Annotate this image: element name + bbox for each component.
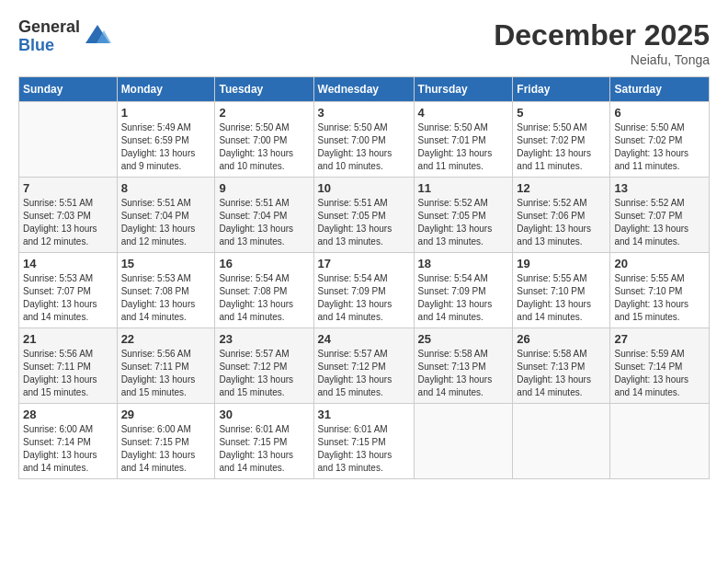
day-info: Sunrise: 5:59 AMSunset: 7:14 PMDaylight:…	[614, 348, 705, 399]
header-wednesday: Wednesday	[313, 77, 414, 102]
day-number: 21	[23, 332, 113, 346]
page-header: General Blue December 2025 Neiafu, Tonga	[18, 18, 710, 67]
day-info: Sunrise: 5:57 AMSunset: 7:12 PMDaylight:…	[219, 348, 309, 399]
day-number: 10	[318, 181, 410, 195]
day-number: 28	[23, 408, 113, 421]
calendar-cell: 18Sunrise: 5:54 AMSunset: 7:09 PMDayligh…	[414, 253, 513, 328]
title-block: December 2025 Neiafu, Tonga	[494, 18, 710, 67]
day-number: 5	[517, 106, 606, 120]
day-info: Sunrise: 5:58 AMSunset: 7:13 PMDaylight:…	[418, 348, 509, 399]
day-info: Sunrise: 5:51 AMSunset: 7:04 PMDaylight:…	[121, 197, 211, 248]
day-info: Sunrise: 5:54 AMSunset: 7:09 PMDaylight:…	[318, 272, 410, 324]
calendar-cell: 29Sunrise: 6:00 AMSunset: 7:15 PMDayligh…	[117, 404, 215, 479]
day-number: 4	[418, 106, 509, 120]
day-info: Sunrise: 5:50 AMSunset: 7:01 PMDaylight:…	[418, 121, 509, 173]
logo-icon	[84, 23, 111, 51]
calendar-cell: 30Sunrise: 6:01 AMSunset: 7:15 PMDayligh…	[215, 404, 313, 479]
day-number: 17	[318, 257, 410, 270]
day-number: 11	[418, 181, 509, 195]
header-saturday: Saturday	[610, 77, 710, 102]
calendar-cell: 16Sunrise: 5:54 AMSunset: 7:08 PMDayligh…	[215, 253, 313, 328]
calendar-cell: 2Sunrise: 5:50 AMSunset: 7:00 PMDaylight…	[215, 102, 313, 178]
day-number: 2	[219, 106, 309, 120]
day-info: Sunrise: 6:00 AMSunset: 7:14 PMDaylight:…	[23, 423, 113, 475]
calendar-cell	[414, 404, 513, 479]
calendar-cell: 31Sunrise: 6:01 AMSunset: 7:15 PMDayligh…	[313, 404, 414, 479]
day-number: 8	[121, 181, 211, 195]
calendar-cell: 15Sunrise: 5:53 AMSunset: 7:08 PMDayligh…	[117, 253, 215, 328]
logo-general: General	[18, 18, 80, 37]
calendar-cell: 3Sunrise: 5:50 AMSunset: 7:00 PMDaylight…	[313, 102, 414, 178]
calendar-cell: 27Sunrise: 5:59 AMSunset: 7:14 PMDayligh…	[610, 328, 710, 404]
calendar-cell: 9Sunrise: 5:51 AMSunset: 7:04 PMDaylight…	[215, 178, 313, 253]
day-info: Sunrise: 5:52 AMSunset: 7:05 PMDaylight:…	[418, 197, 509, 248]
logo-blue: Blue	[18, 37, 80, 55]
day-number: 25	[418, 332, 509, 346]
day-number: 31	[318, 408, 410, 421]
day-number: 18	[418, 257, 509, 270]
header-thursday: Thursday	[414, 77, 513, 102]
day-info: Sunrise: 5:56 AMSunset: 7:11 PMDaylight:…	[121, 348, 211, 399]
day-info: Sunrise: 5:57 AMSunset: 7:12 PMDaylight:…	[318, 348, 410, 399]
month-title: December 2025	[494, 18, 710, 52]
day-number: 1	[121, 106, 211, 120]
day-number: 7	[23, 181, 113, 195]
calendar-cell	[19, 102, 118, 178]
day-info: Sunrise: 5:52 AMSunset: 7:06 PMDaylight:…	[517, 197, 606, 248]
calendar-cell: 28Sunrise: 6:00 AMSunset: 7:14 PMDayligh…	[19, 404, 118, 479]
calendar-cell: 10Sunrise: 5:51 AMSunset: 7:05 PMDayligh…	[313, 178, 414, 253]
header-tuesday: Tuesday	[215, 77, 313, 102]
day-info: Sunrise: 5:53 AMSunset: 7:08 PMDaylight:…	[121, 272, 211, 324]
location: Neiafu, Tonga	[494, 52, 710, 67]
day-info: Sunrise: 5:50 AMSunset: 7:00 PMDaylight:…	[219, 121, 309, 173]
day-info: Sunrise: 5:52 AMSunset: 7:07 PMDaylight:…	[614, 197, 705, 248]
calendar-cell: 7Sunrise: 5:51 AMSunset: 7:03 PMDaylight…	[19, 178, 118, 253]
week-row-4: 21Sunrise: 5:56 AMSunset: 7:11 PMDayligh…	[19, 328, 710, 404]
day-info: Sunrise: 5:55 AMSunset: 7:10 PMDaylight:…	[614, 272, 705, 324]
day-number: 22	[121, 332, 211, 346]
calendar-cell: 24Sunrise: 5:57 AMSunset: 7:12 PMDayligh…	[313, 328, 414, 404]
day-number: 24	[318, 332, 410, 346]
week-row-3: 14Sunrise: 5:53 AMSunset: 7:07 PMDayligh…	[19, 253, 710, 328]
calendar-cell: 14Sunrise: 5:53 AMSunset: 7:07 PMDayligh…	[19, 253, 118, 328]
day-number: 19	[517, 257, 606, 270]
day-info: Sunrise: 6:00 AMSunset: 7:15 PMDaylight:…	[121, 423, 211, 475]
day-number: 26	[517, 332, 606, 346]
day-number: 23	[219, 332, 309, 346]
day-info: Sunrise: 5:49 AMSunset: 6:59 PMDaylight:…	[121, 121, 211, 173]
day-number: 14	[23, 257, 113, 270]
calendar-cell: 11Sunrise: 5:52 AMSunset: 7:05 PMDayligh…	[414, 178, 513, 253]
calendar-cell: 17Sunrise: 5:54 AMSunset: 7:09 PMDayligh…	[313, 253, 414, 328]
week-row-2: 7Sunrise: 5:51 AMSunset: 7:03 PMDaylight…	[19, 178, 710, 253]
day-info: Sunrise: 5:50 AMSunset: 7:00 PMDaylight:…	[318, 121, 410, 173]
day-number: 9	[219, 181, 309, 195]
day-info: Sunrise: 5:54 AMSunset: 7:08 PMDaylight:…	[219, 272, 309, 324]
week-row-1: 1Sunrise: 5:49 AMSunset: 6:59 PMDaylight…	[19, 102, 710, 178]
day-info: Sunrise: 6:01 AMSunset: 7:15 PMDaylight:…	[318, 423, 410, 475]
logo: General Blue	[18, 18, 111, 55]
calendar-cell: 4Sunrise: 5:50 AMSunset: 7:01 PMDaylight…	[414, 102, 513, 178]
day-info: Sunrise: 5:54 AMSunset: 7:09 PMDaylight:…	[418, 272, 509, 324]
calendar-cell: 22Sunrise: 5:56 AMSunset: 7:11 PMDayligh…	[117, 328, 215, 404]
day-info: Sunrise: 5:55 AMSunset: 7:10 PMDaylight:…	[517, 272, 606, 324]
day-number: 29	[121, 408, 211, 421]
calendar-cell: 23Sunrise: 5:57 AMSunset: 7:12 PMDayligh…	[215, 328, 313, 404]
calendar-cell	[610, 404, 710, 479]
day-number: 30	[219, 408, 309, 421]
day-info: Sunrise: 5:50 AMSunset: 7:02 PMDaylight:…	[517, 121, 606, 173]
day-number: 20	[614, 257, 705, 270]
calendar-header-row: SundayMondayTuesdayWednesdayThursdayFrid…	[19, 77, 710, 102]
day-number: 16	[219, 257, 309, 270]
day-number: 13	[614, 181, 705, 195]
calendar-cell: 21Sunrise: 5:56 AMSunset: 7:11 PMDayligh…	[19, 328, 118, 404]
day-info: Sunrise: 5:50 AMSunset: 7:02 PMDaylight:…	[614, 121, 705, 173]
day-number: 27	[614, 332, 705, 346]
calendar-cell: 20Sunrise: 5:55 AMSunset: 7:10 PMDayligh…	[610, 253, 710, 328]
calendar-cell: 8Sunrise: 5:51 AMSunset: 7:04 PMDaylight…	[117, 178, 215, 253]
day-number: 6	[614, 106, 705, 120]
calendar-cell	[513, 404, 610, 479]
day-info: Sunrise: 5:53 AMSunset: 7:07 PMDaylight:…	[23, 272, 113, 324]
calendar-cell: 12Sunrise: 5:52 AMSunset: 7:06 PMDayligh…	[513, 178, 610, 253]
day-number: 3	[318, 106, 410, 120]
day-info: Sunrise: 5:58 AMSunset: 7:13 PMDaylight:…	[517, 348, 606, 399]
